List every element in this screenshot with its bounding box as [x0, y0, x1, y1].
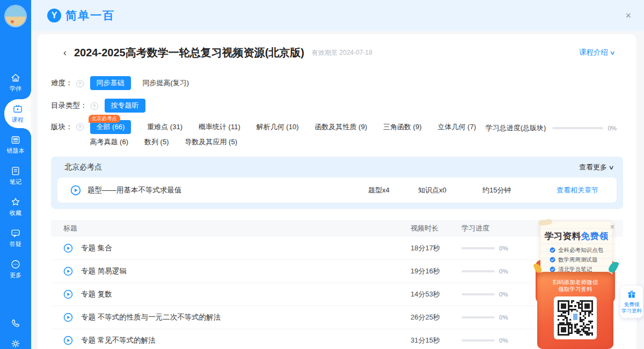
video-duration: 19分16秒 — [411, 266, 462, 276]
check-icon — [550, 257, 555, 264]
promo-bullet-text: 全科必考知识点包 — [558, 247, 603, 254]
promo-title-blue: 免费领 — [581, 231, 609, 241]
chat-icon — [10, 228, 21, 239]
section-chips: 北京必考点 全部 (66) 重难点 (31)概率统计 (11)解析几何 (10)… — [90, 120, 477, 149]
section-chip-selected-label: 全部 (66) — [97, 123, 125, 131]
play-icon[interactable] — [63, 289, 73, 299]
section-chip[interactable]: 重难点 (31) — [147, 120, 182, 134]
sidebar-item-favorites[interactable]: 收藏 — [0, 192, 31, 221]
free-materials-button[interactable]: 免费领 学习资料 — [620, 286, 643, 318]
sidebar-item-notes[interactable]: 笔记 — [0, 161, 31, 190]
play-icon[interactable] — [63, 266, 73, 276]
catalog-chip-selected[interactable]: 按专题听 — [105, 99, 145, 113]
video-title: 专题 常见不等式的解法 — [81, 336, 156, 345]
phone-icon[interactable] — [10, 318, 21, 329]
section-chip-selected[interactable]: 北京必考点 全部 (66) — [90, 120, 131, 134]
info-icon[interactable]: ? — [91, 102, 98, 110]
video-title: 专题 复数 — [81, 289, 112, 299]
section-chip[interactable]: 解析几何 (10) — [257, 120, 299, 134]
difficulty-chip-option[interactable]: 同步提高(复习) — [143, 76, 189, 90]
info-icon[interactable]: ? — [76, 123, 84, 131]
progress-bar — [462, 293, 495, 295]
back-icon[interactable]: ‹ — [63, 48, 67, 57]
catalog-filter-row: 目录类型： ? 按专题听 — [51, 99, 623, 113]
logo[interactable]: Y 简单一百 — [47, 8, 115, 23]
related-chapters-link[interactable]: 查看相关章节 — [557, 185, 608, 195]
close-icon[interactable]: × — [625, 11, 631, 20]
hot-badge: 北京必考点 — [89, 115, 121, 123]
qr-mascot — [571, 311, 580, 323]
star-icon — [10, 197, 21, 207]
featured-header: 北京必考点 查看更多 ∨ — [57, 162, 617, 172]
info-icon[interactable]: ? — [76, 80, 84, 87]
video-duration: 31分15秒 — [411, 336, 462, 345]
featured-item[interactable]: 题型——用基本不等式求最值 题型x4 知识点x0 约15分钟 查看相关章节 — [57, 177, 617, 203]
difficulty-chip-selected[interactable]: 同步基础 — [90, 76, 131, 90]
page-title-row: ‹ 2024-2025高考数学一轮总复习视频资源(北京版) 有效期至 2024-… — [63, 45, 622, 60]
free-materials-line2: 学习资料 — [621, 308, 642, 314]
progress-bar — [462, 339, 495, 341]
section-chip[interactable]: 导数及其应用 (5) — [185, 135, 238, 149]
play-icon[interactable] — [63, 313, 73, 322]
sidebar-item-qa[interactable]: 答疑 — [0, 224, 31, 253]
promo-title-dark: 学习资料 — [545, 231, 581, 241]
section-chip[interactable]: 概率统计 (11) — [199, 120, 240, 134]
sidebar-item-label: 答疑 — [10, 240, 21, 248]
sidebar-item-more[interactable]: 更多 — [0, 255, 31, 284]
play-icon[interactable] — [63, 336, 73, 345]
course-icon — [12, 103, 23, 114]
progress-value: 0% — [499, 337, 508, 344]
row-title-cell: 专题 不等式的性质与一元二次不等式的解法 — [51, 313, 411, 322]
catalog-label: 目录类型： — [51, 101, 87, 110]
logo-icon: Y — [47, 9, 61, 23]
promo-bullet: 数学周周测试题 — [550, 256, 612, 264]
check-icon — [550, 247, 555, 254]
sidebar-item-wrongbook[interactable]: 错题本 — [0, 130, 31, 159]
gear-icon[interactable] — [10, 338, 21, 349]
row-title-cell: 专题 集合 — [51, 243, 411, 253]
more-icon — [10, 259, 21, 270]
section-chip[interactable]: 函数及其性质 (9) — [314, 120, 367, 134]
course-intro-label: 课程介绍 — [579, 48, 608, 57]
play-icon[interactable] — [70, 185, 81, 196]
sidebar-nav: 学伴课程错题本笔记收藏答疑更多 — [0, 68, 31, 286]
sections-label: 版块： — [51, 122, 73, 132]
chevron-down-icon: ∨ — [609, 49, 615, 56]
qr-code[interactable] — [554, 296, 597, 339]
featured-more-link[interactable]: 查看更多 ∨ — [579, 162, 613, 172]
featured-question-count: 题型x4 — [368, 185, 418, 195]
free-materials-line1: 免费领 — [624, 301, 640, 308]
featured-item-title: 题型——用基本不等式求最值 — [87, 185, 368, 195]
promo-bullet-text: 数学周周测试题 — [558, 256, 598, 264]
notes-icon — [10, 166, 21, 176]
section-chip[interactable]: 数列 (5) — [144, 135, 169, 149]
validity-text: 有效期至 2024-07-18 — [312, 48, 372, 57]
promo-title: 学习资料免费领 — [540, 231, 612, 242]
play-icon[interactable] — [63, 243, 73, 253]
promo-bullet: 全科必考知识点包 — [550, 247, 612, 254]
promo-popup: 学习资料免费领 全科必考知识点包数学周周测试题清北学员笔记优惠福利券 × 扫码添… — [535, 218, 616, 349]
total-progress-bar — [552, 127, 603, 129]
video-title: 专题 不等式的性质与一元二次不等式的解法 — [81, 313, 221, 322]
featured-duration: 约15分钟 — [482, 185, 557, 195]
row-title-cell: 专题 简易逻辑 — [51, 266, 411, 276]
progress-bar — [462, 247, 495, 249]
video-title: 专题 简易逻辑 — [81, 266, 127, 276]
avatar[interactable] — [5, 6, 26, 26]
promo-close-icon[interactable]: × — [610, 223, 614, 231]
section-chip[interactable]: 高考真题 (6) — [90, 135, 129, 149]
progress-bar — [462, 316, 495, 318]
section-chip[interactable]: 立体几何 (7) — [437, 120, 476, 134]
sidebar-item-course[interactable]: 课程 — [4, 99, 31, 128]
sidebar-item-label: 更多 — [10, 271, 21, 279]
progress-value: 0% — [499, 314, 508, 321]
row-title-cell: 专题 常见不等式的解法 — [51, 336, 411, 345]
section-chip[interactable]: 三角函数 (9) — [383, 120, 422, 134]
sidebar-item-label: 课程 — [12, 116, 24, 124]
course-intro-link[interactable]: 课程介绍 ∨ — [579, 48, 614, 57]
top-bar: Y 简单一百 × — [31, 0, 644, 31]
video-duration: 18分17秒 — [411, 243, 462, 253]
difficulty-label: 难度： — [51, 78, 73, 88]
sidebar-item-label: 学伴 — [10, 85, 21, 93]
featured-knowledge-count: 知识点x0 — [418, 185, 482, 195]
